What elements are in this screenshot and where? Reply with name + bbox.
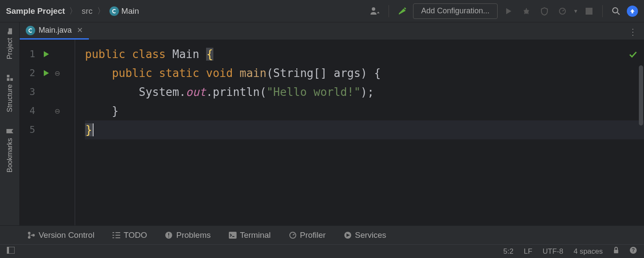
bookmark-icon [6,129,13,134]
tab-menu-icon[interactable]: ⋮ [629,27,638,37]
svg-point-7 [28,232,30,234]
status-bar: 5:2 LF UTF-8 4 spaces ? [0,244,644,258]
svg-rect-12 [168,236,169,237]
status-indent[interactable]: 4 spaces [574,247,603,256]
svg-rect-11 [168,233,169,236]
code-line[interactable]: } [85,101,644,120]
status-position[interactable]: 5:2 [503,247,513,256]
update-button[interactable] [627,6,638,17]
navigation-bar: Sample Project 〉 src 〉 Main Add Configur… [0,0,644,22]
stop-button[interactable] [582,4,596,18]
breadcrumb-file[interactable]: Main [109,6,139,16]
coverage-button[interactable] [537,4,552,18]
svg-rect-6 [10,78,13,81]
code-line[interactable]: System.out.println("Hello world!"); [85,83,644,101]
close-tab-icon[interactable]: ✕ [77,26,83,35]
code-line[interactable]: public class Main { [85,45,644,64]
run-gutter-icon[interactable] [39,70,52,77]
breadcrumb-file-label: Main [122,6,139,16]
help-icon[interactable]: ? [629,246,637,256]
gutter-line[interactable]: 4⊖ [20,101,75,120]
problems-tool-tab[interactable]: Problems [165,230,210,240]
structure-tool-tab[interactable]: Structure [6,75,14,112]
profile-button[interactable] [555,4,570,18]
line-number: 3 [20,87,39,97]
readonly-lock-icon[interactable] [613,247,619,256]
code-line[interactable]: } [85,120,644,139]
svg-rect-4 [7,78,9,81]
tool-window-bar-bottom: Version Control TODO Problems Terminal P… [0,225,644,244]
breadcrumb[interactable]: Sample Project 〉 src 〉 Main [6,6,139,17]
fold-icon[interactable]: ⊖ [52,107,62,115]
gutter-line[interactable]: 1 [20,45,75,64]
divider [602,5,603,17]
gutter-line[interactable]: 5 [20,120,75,139]
build-button[interactable] [395,4,410,18]
status-line-separator[interactable]: LF [524,247,532,256]
search-button[interactable] [609,4,623,18]
svg-rect-13 [229,232,237,239]
editor-gutter[interactable]: 12⊖34⊖5 [20,40,75,225]
line-number: 4 [20,106,39,116]
editor-tab-label: Main.java [39,26,72,35]
debug-button[interactable] [519,4,534,18]
svg-point-9 [32,234,35,236]
structure-icon [7,75,13,81]
breadcrumb-project[interactable]: Sample Project [6,6,65,16]
folder-icon [7,28,13,35]
divider [389,5,389,17]
chevron-right-icon: 〉 [97,6,105,17]
fold-icon[interactable]: ⊖ [52,69,62,77]
code-editor[interactable]: 12⊖34⊖5 public class Main { public stati… [20,40,644,225]
status-encoding[interactable]: UTF-8 [543,247,563,256]
chevron-right-icon: 〉 [69,6,77,17]
version-control-tool-tab[interactable]: Version Control [27,230,94,240]
vcs-user-button[interactable] [368,4,383,18]
run-button[interactable] [501,4,516,18]
line-number: 2 [20,68,39,78]
svg-rect-17 [7,247,9,254]
todo-tool-tab[interactable]: TODO [112,230,147,240]
run-configuration-select[interactable]: Add Configuration... [413,3,498,19]
editor-tab-bar: Main.java ✕ ⋮ [20,22,644,40]
editor-tab-main[interactable]: Main.java ✕ [20,22,89,40]
svg-text:?: ? [632,247,635,253]
tool-windows-toggle-icon[interactable] [7,247,15,256]
class-icon [26,26,35,35]
inspection-ok-icon[interactable] [629,46,637,64]
line-number: 1 [20,49,39,59]
bookmarks-tool-tab[interactable]: Bookmarks [6,128,14,172]
line-number: 5 [20,125,39,135]
svg-point-3 [613,8,618,13]
run-gutter-icon[interactable] [39,51,52,58]
class-icon [109,6,119,16]
breadcrumb-dir[interactable]: src [82,6,92,16]
svg-rect-18 [614,250,618,253]
project-tool-tab[interactable]: Project [6,28,14,59]
scrollbar[interactable] [639,65,643,126]
svg-point-8 [28,236,30,239]
services-tool-tab[interactable]: Services [344,230,386,240]
tool-window-bar-left: Project Structure Bookmarks [0,22,20,225]
text-caret [93,123,94,136]
gutter-line[interactable]: 2⊖ [20,64,75,83]
code-line[interactable]: public static void main(String[] args) { [85,64,644,83]
svg-rect-5 [7,75,9,77]
gutter-line[interactable]: 3 [20,83,75,101]
svg-rect-2 [586,8,592,15]
terminal-tool-tab[interactable]: Terminal [229,230,271,240]
code-area[interactable]: public class Main { public static void m… [75,40,644,225]
profiler-tool-tab[interactable]: Profiler [289,230,326,240]
dropdown-caret-icon[interactable]: ▼ [573,8,578,14]
